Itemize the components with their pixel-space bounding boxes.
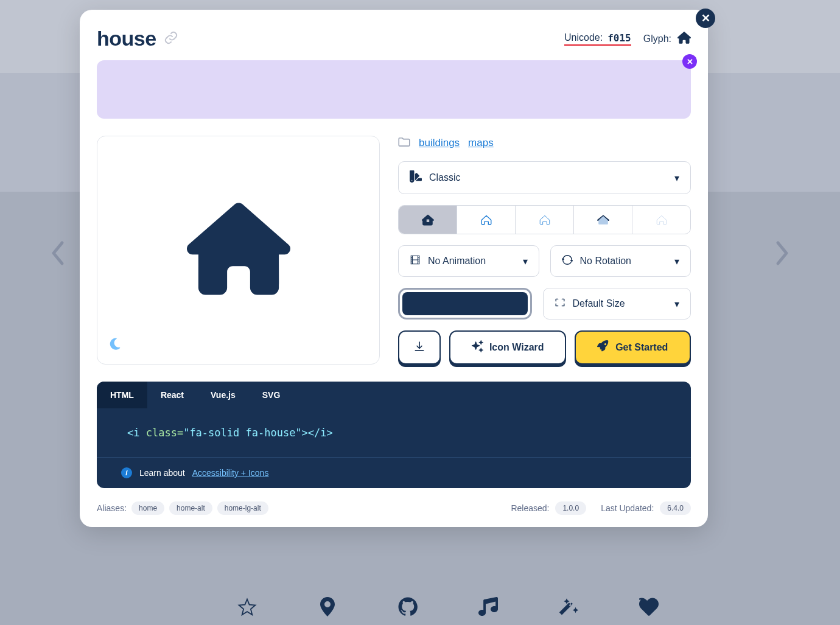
updated-value: 6.4.0 xyxy=(660,501,691,515)
icon-detail-modal: ✕ house Unicode: f015 Glyph: xyxy=(80,10,708,527)
accessibility-link[interactable]: Accessibility + Icons xyxy=(192,468,269,478)
animation-select[interactable]: No Animation ▾ xyxy=(398,245,539,277)
rotation-select[interactable]: No Rotation ▾ xyxy=(550,245,691,277)
glyph-info[interactable]: Glyph: xyxy=(643,31,691,47)
download-button[interactable] xyxy=(398,330,441,365)
heart-icon[interactable] xyxy=(639,597,659,619)
style-tabs xyxy=(398,205,691,234)
style-tab-thin[interactable] xyxy=(632,206,690,234)
ad-banner: ✕ xyxy=(97,60,691,119)
alias-pill[interactable]: home-alt xyxy=(169,501,212,515)
music-icon[interactable] xyxy=(478,597,498,619)
icon-wizard-button[interactable]: Icon Wizard xyxy=(449,330,566,365)
family-select[interactable]: Classic ▾ xyxy=(398,161,691,194)
animation-select-value: No Animation xyxy=(428,256,486,267)
updated-label: Last Updated: xyxy=(601,503,654,513)
close-ad-button[interactable]: ✕ xyxy=(682,54,697,69)
dark-mode-toggle[interactable] xyxy=(108,337,122,353)
released-value: 1.0.0 xyxy=(555,501,586,515)
style-tab-regular[interactable] xyxy=(457,206,516,234)
category-link-maps[interactable]: maps xyxy=(468,137,494,149)
swatchbook-icon xyxy=(410,170,422,185)
size-select[interactable]: Default Size ▾ xyxy=(543,288,691,319)
house-icon xyxy=(187,197,290,303)
film-icon xyxy=(410,254,421,268)
modal-header: house Unicode: f015 Glyph: xyxy=(97,27,691,51)
style-tab-solid[interactable] xyxy=(399,206,457,234)
folder-icon xyxy=(398,136,410,150)
permalink-icon[interactable] xyxy=(164,30,178,47)
github-icon[interactable] xyxy=(398,597,418,619)
next-icon-button[interactable] xyxy=(775,240,790,268)
caret-down-icon: ▾ xyxy=(674,172,679,184)
wand-icon[interactable] xyxy=(559,597,578,619)
background-icon-grid xyxy=(237,597,659,619)
unicode-label: Unicode: xyxy=(564,32,603,43)
code-tab-react[interactable]: React xyxy=(147,382,197,408)
download-icon xyxy=(414,341,425,354)
code-tab-vue[interactable]: Vue.js xyxy=(197,382,249,408)
code-tab-svg[interactable]: SVG xyxy=(249,382,294,408)
code-panel: HTML React Vue.js SVG <i class="fa-solid… xyxy=(97,382,691,488)
get-started-button[interactable]: Get Started xyxy=(575,330,691,365)
rotation-select-value: No Rotation xyxy=(580,256,632,267)
caret-down-icon: ▾ xyxy=(674,298,679,310)
unicode-value: f015 xyxy=(607,32,631,44)
alias-pill[interactable]: home-lg-alt xyxy=(217,501,268,515)
prev-icon-button[interactable] xyxy=(50,240,65,268)
get-started-label: Get Started xyxy=(615,342,668,353)
learn-about-label: Learn about xyxy=(139,468,185,478)
caret-down-icon: ▾ xyxy=(523,256,528,267)
size-select-value: Default Size xyxy=(573,298,625,309)
sparkles-icon xyxy=(471,340,483,355)
alias-pill[interactable]: home xyxy=(131,501,164,515)
close-modal-button[interactable]: ✕ xyxy=(696,9,715,28)
house-icon xyxy=(677,31,691,47)
icon-title: house xyxy=(97,27,156,51)
location-pin-icon[interactable] xyxy=(318,597,337,619)
glyph-label: Glyph: xyxy=(643,33,671,44)
expand-icon xyxy=(555,297,565,310)
category-link-buildings[interactable]: buildings xyxy=(419,137,460,149)
family-select-value: Classic xyxy=(429,172,461,183)
info-icon: i xyxy=(121,467,132,478)
icon-wizard-label: Icon Wizard xyxy=(489,342,544,353)
released-label: Released: xyxy=(511,503,549,513)
categories-row: buildings maps xyxy=(398,136,691,150)
code-snippet[interactable]: <i class="fa-solid fa-house"></i> xyxy=(97,408,691,457)
caret-down-icon: ▾ xyxy=(674,256,679,267)
style-tab-duotone[interactable] xyxy=(574,206,632,234)
rocket-icon xyxy=(597,340,609,355)
color-picker[interactable] xyxy=(398,288,532,319)
icon-preview xyxy=(97,136,380,365)
aliases-label: Aliases: xyxy=(97,503,127,513)
style-tab-light[interactable] xyxy=(516,206,574,234)
star-icon[interactable] xyxy=(237,597,257,619)
unicode-info[interactable]: Unicode: f015 xyxy=(564,32,631,46)
code-tab-html[interactable]: HTML xyxy=(97,382,147,408)
modal-footer: Aliases: home home-alt home-lg-alt Relea… xyxy=(97,501,691,515)
rotate-icon xyxy=(562,254,573,268)
